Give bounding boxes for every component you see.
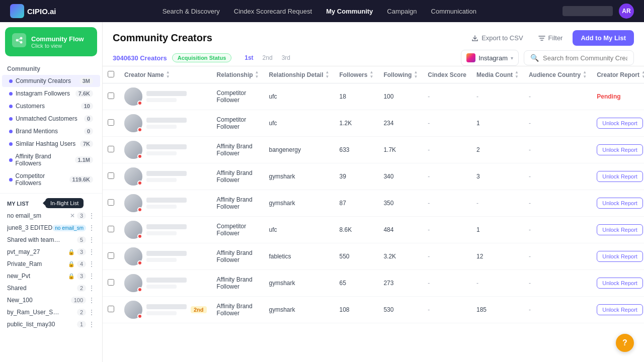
th-following[interactable]: Following▲▼	[378, 66, 423, 83]
creator-report-cell[interactable]: Unlock Report	[592, 190, 644, 217]
sidebar-item-community-creators[interactable]: Community Creators 3M	[2, 75, 100, 87]
sort-tag-3rd[interactable]: 3rd	[279, 53, 293, 62]
unlock-report-button[interactable]: Unlock Report	[597, 304, 643, 315]
unlock-report-button[interactable]: Unlock Report	[597, 118, 643, 129]
row-checkbox-cell[interactable]	[103, 297, 119, 323]
list-item-pvt-may-27[interactable]: pvt_may_27 🔒 3 ⋮	[0, 246, 102, 258]
nav-my-community[interactable]: My Community	[326, 8, 373, 15]
row-checkbox[interactable]	[108, 226, 114, 232]
row-checkbox-cell[interactable]	[103, 190, 119, 217]
row-checkbox-cell[interactable]	[103, 217, 119, 243]
row-checkbox-cell[interactable]	[103, 137, 119, 163]
nav-communication[interactable]: Communication	[431, 8, 476, 15]
th-creator-name[interactable]: Creator Name▲▼	[119, 66, 212, 83]
list-item-shared[interactable]: Shared 2 ⋮	[0, 282, 102, 294]
sidebar-item-customers[interactable]: Customers 10	[2, 100, 100, 112]
list-item-shared-team-ram[interactable]: Shared with team_Ram 5 ⋮	[0, 234, 102, 246]
media-count-cell: 12	[471, 243, 524, 270]
acquisition-status-badge[interactable]: Acquisition Status	[172, 53, 232, 62]
list-menu-icon[interactable]: ⋮	[88, 296, 95, 304]
list-x-button[interactable]: ✕	[70, 212, 75, 219]
nav-cindex[interactable]: Cindex Scorecard Request	[234, 8, 312, 15]
list-menu-icon[interactable]: ⋮	[88, 260, 95, 268]
search-input[interactable]	[543, 54, 627, 62]
th-relationship[interactable]: Relationship▲▼	[212, 66, 264, 83]
unlock-report-button[interactable]: Unlock Report	[597, 171, 643, 182]
row-checkbox[interactable]	[108, 306, 114, 312]
list-item-june8[interactable]: june8_3 EDITED no email_sm ⋮	[0, 222, 102, 234]
row-checkbox[interactable]	[108, 119, 114, 126]
creator-report-cell[interactable]: Unlock Report	[592, 163, 644, 190]
creator-report-cell[interactable]: Unlock Report	[592, 270, 644, 297]
nav-search-discovery[interactable]: Search & Discovery	[163, 8, 220, 15]
row-checkbox[interactable]	[108, 93, 114, 99]
following-cell: 3.2K	[378, 243, 423, 270]
unlock-report-button[interactable]: Unlock Report	[597, 198, 643, 209]
list-item-no-email-sm[interactable]: no email_sm ✕ 3 ⋮	[0, 210, 102, 222]
sidebar-item-affinity-brand[interactable]: Affinity Brand Followers 1.1M	[2, 150, 100, 169]
row-checkbox-cell[interactable]	[103, 163, 119, 190]
th-followers[interactable]: Followers▲▼	[334, 66, 378, 83]
row-checkbox-cell[interactable]	[103, 270, 119, 297]
community-flow-card[interactable]: Community Flow Click to view	[5, 27, 97, 56]
row-checkbox-cell[interactable]	[103, 83, 119, 110]
list-item-public-may30[interactable]: public_list_may30 1 ⋮	[0, 318, 102, 330]
list-item-new-pvt[interactable]: new_Pvt 🔒 3 ⋮	[0, 270, 102, 282]
row-checkbox[interactable]	[108, 279, 114, 286]
list-menu-icon[interactable]: ⋮	[88, 224, 95, 232]
list-item-new-100[interactable]: New_100 100 ⋮	[0, 294, 102, 306]
th-select-all[interactable]	[103, 66, 119, 83]
sidebar-item-similar-hashtag[interactable]: Similar Hashtag Users 7K	[2, 138, 100, 150]
creator-report-cell[interactable]: Unlock Report	[592, 243, 644, 270]
unlock-report-button[interactable]: Unlock Report	[597, 224, 643, 235]
list-item-private-ram[interactable]: Private_Ram 🔒 4 ⋮	[0, 258, 102, 270]
select-all-checkbox[interactable]	[108, 71, 114, 77]
row-checkbox[interactable]	[108, 252, 114, 259]
unlock-report-button[interactable]: Unlock Report	[597, 144, 643, 155]
unlock-report-button[interactable]: Unlock Report	[597, 251, 643, 262]
creator-report-cell[interactable]: Unlock Report	[592, 297, 644, 323]
relationship-cell: Affinity Brand Follower	[212, 243, 264, 270]
sidebar-item-unmatched-customers[interactable]: Unmatched Customers 0	[2, 113, 100, 125]
sidebar-item-brand-mentions[interactable]: Brand Mentions 0	[2, 125, 100, 137]
sidebar-item-competitor-followers[interactable]: Competitor Followers 119.6K	[2, 170, 100, 189]
creator-avatar	[124, 194, 142, 212]
th-media-count[interactable]: Media Count▲▼	[471, 66, 524, 83]
creator-avatar	[124, 114, 142, 132]
creator-report-cell[interactable]: Unlock Report	[592, 217, 644, 243]
creator-report-cell[interactable]: Unlock Report	[592, 137, 644, 163]
row-checkbox[interactable]	[108, 146, 114, 152]
th-audience-country[interactable]: Audience Country▲▼	[524, 66, 592, 83]
list-menu-icon[interactable]: ⋮	[88, 212, 95, 220]
list-menu-icon[interactable]: ⋮	[88, 236, 95, 244]
app-logo[interactable]: CIPIO.ai	[10, 4, 56, 18]
list-menu-icon[interactable]: ⋮	[88, 284, 95, 292]
row-checkbox-cell[interactable]	[103, 243, 119, 270]
sort-tag-1st[interactable]: 1st	[242, 53, 256, 62]
list-menu-icon[interactable]: ⋮	[88, 272, 95, 280]
sort-tag-2nd[interactable]: 2nd	[260, 53, 276, 62]
sidebar-item-instagram-followers[interactable]: Instagram Followers 7.6K	[2, 87, 100, 100]
add-to-list-button[interactable]: Add to My List	[573, 30, 634, 46]
list-item-by-ram-user[interactable]: by_Ram_User_Shared 2 ⋮	[0, 306, 102, 318]
creator-report-cell[interactable]: Unlock Report	[592, 110, 644, 137]
row-checkbox[interactable]	[108, 172, 114, 179]
list-menu-icon[interactable]: ⋮	[88, 320, 95, 328]
filter-button[interactable]: Filter	[533, 31, 568, 45]
relationship-cell: Competitor Follower	[212, 217, 264, 243]
nav-campaign[interactable]: Campaign	[387, 8, 417, 15]
row-checkbox[interactable]	[108, 199, 114, 206]
list-menu-icon[interactable]: ⋮	[88, 308, 95, 316]
th-relationship-detail[interactable]: Relationship Detail▲▼	[264, 66, 335, 83]
th-creator-report[interactable]: Creator Report▲▼	[592, 66, 644, 83]
th-cindex-score[interactable]: Cindex Score	[423, 66, 471, 83]
platform-select[interactable]: Instagram ▾	[461, 50, 519, 66]
user-avatar[interactable]: AR	[619, 4, 634, 19]
help-button[interactable]: ?	[616, 334, 634, 352]
sidebar-badge-similar-hashtag: 7K	[80, 140, 93, 147]
list-menu-icon[interactable]: ⋮	[88, 248, 95, 256]
creator-handle-blur	[146, 258, 177, 262]
unlock-report-button[interactable]: Unlock Report	[597, 278, 643, 289]
export-csv-button[interactable]: Export to CSV	[466, 31, 528, 45]
row-checkbox-cell[interactable]	[103, 110, 119, 137]
